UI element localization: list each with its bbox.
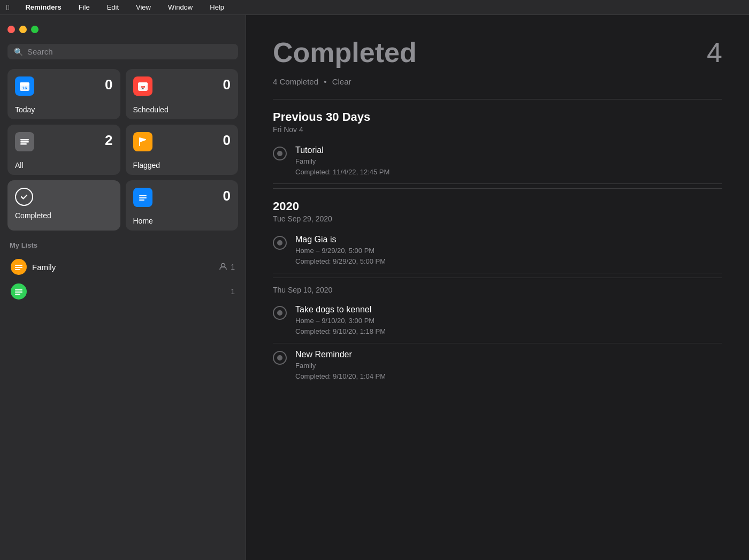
unnamed-list-count: 1	[231, 287, 235, 296]
reminder-sub-dogs: Home – 9/10/20, 3:00 PM Completed: 9/10/…	[295, 316, 722, 336]
reminder-checkbox-mag-gia[interactable]	[273, 236, 287, 250]
clear-button[interactable]: Clear	[332, 77, 351, 86]
today-count: 0	[105, 76, 112, 93]
reminder-checkbox-tutorial[interactable]	[273, 147, 287, 160]
traffic-lights	[7, 24, 238, 35]
menu-file[interactable]: File	[75, 2, 93, 12]
sep29-divider	[273, 278, 722, 278]
svg-rect-14	[15, 269, 20, 270]
today-icon: 16	[15, 76, 34, 96]
search-input[interactable]	[27, 47, 232, 56]
family-list-name: Family	[32, 263, 219, 272]
family-list-meta: 1	[219, 262, 235, 272]
search-icon: 🔍	[14, 48, 23, 56]
flagged-count: 0	[223, 132, 231, 149]
reminder-item-dogs: Take dogs to kennel Home – 9/10/20, 3:00…	[273, 298, 722, 343]
completed-count-label: 4 Completed	[273, 77, 318, 86]
sidebar: 🔍 16 0 Today	[0, 15, 246, 560]
reminder-item-new: New Reminder Family Completed: 9/10/20, …	[273, 343, 722, 388]
search-bar[interactable]: 🔍	[7, 44, 238, 59]
reminder-details-tutorial: Tutorial Family Completed: 11/4/22, 12:4…	[295, 145, 722, 177]
header-divider	[273, 99, 722, 99]
reminder-title-tutorial: Tutorial	[295, 145, 722, 155]
svg-rect-4	[138, 82, 148, 86]
list-item-family[interactable]: Family 1	[7, 255, 238, 279]
reminder-sub-mag-gia: Home – 9/29/20, 5:00 PM Completed: 9/29/…	[295, 246, 722, 266]
home-icon	[133, 188, 152, 207]
content-header: Completed 4	[273, 36, 722, 68]
svg-rect-17	[15, 291, 22, 293]
minimize-button[interactable]	[19, 26, 27, 33]
flagged-label: Flagged	[133, 161, 231, 170]
reminder-details-mag-gia: Mag Gia is Home – 9/29/20, 5:00 PM Compl…	[295, 235, 722, 266]
close-button[interactable]	[7, 26, 15, 33]
smart-list-home[interactable]: 0 Home	[126, 180, 239, 231]
reminder-title-new: New Reminder	[295, 350, 722, 359]
section-previous-30-days: Previous 30 Days Fri Nov 4	[273, 110, 722, 134]
reminder-checkbox-dogs[interactable]	[273, 306, 287, 320]
menu-bar:  Reminders File Edit View Window Help	[0, 0, 749, 15]
reminder-title-mag-gia: Mag Gia is	[295, 235, 722, 244]
svg-rect-6	[20, 139, 29, 141]
app-container: 🔍 16 0 Today	[0, 15, 749, 560]
menu-view[interactable]: View	[133, 2, 154, 12]
svg-rect-18	[15, 294, 20, 295]
all-icon	[15, 132, 34, 151]
smart-list-all[interactable]: 2 All	[7, 125, 120, 175]
completed-label: Completed	[15, 211, 113, 220]
reminder-title-dogs: Take dogs to kennel	[295, 305, 722, 314]
completed-icon	[15, 188, 33, 206]
shared-icon	[219, 262, 227, 272]
svg-text:16: 16	[22, 86, 27, 90]
menu-edit[interactable]: Edit	[104, 2, 122, 12]
section-title-previous: Previous 30 Days	[273, 110, 722, 124]
home-label: Home	[133, 217, 231, 225]
reminder-checkbox-new[interactable]	[273, 351, 287, 365]
reminder-details-dogs: Take dogs to kennel Home – 9/10/20, 3:00…	[295, 305, 722, 336]
unnamed-list-meta: 1	[231, 287, 235, 296]
section-title-2020: 2020	[273, 200, 722, 213]
my-lists-label: My Lists	[7, 241, 238, 249]
section-date-sep29: Tue Sep 29, 2020	[273, 214, 722, 223]
reminder-sub-tutorial: Family Completed: 11/4/22, 12:45 PM	[295, 156, 722, 177]
section-date-sep10: Thu Sep 10, 2020	[273, 286, 722, 294]
smart-list-flagged[interactable]: 0 Flagged	[126, 125, 239, 175]
menu-reminders[interactable]: Reminders	[22, 2, 64, 12]
svg-text:📅: 📅	[140, 86, 145, 90]
list-item-unnamed[interactable]: 1	[7, 279, 238, 304]
page-title: Completed	[273, 36, 417, 68]
reminder-item-mag-gia: Mag Gia is Home – 9/29/20, 5:00 PM Compl…	[273, 228, 722, 273]
today-label: Today	[15, 105, 113, 114]
content-subtitle: 4 Completed • Clear	[273, 77, 722, 86]
svg-rect-16	[15, 289, 22, 290]
section-2020: 2020 Tue Sep 29, 2020	[273, 200, 722, 223]
smart-list-completed[interactable]: Completed	[7, 180, 120, 231]
flagged-icon	[133, 132, 152, 151]
scheduled-count: 0	[223, 76, 231, 93]
svg-rect-12	[15, 265, 22, 266]
svg-rect-13	[15, 267, 22, 268]
svg-rect-8	[20, 143, 27, 145]
family-list-icon	[11, 259, 27, 275]
svg-rect-10	[139, 197, 147, 198]
page-count: 4	[707, 36, 722, 68]
scheduled-label: Scheduled	[133, 105, 231, 114]
svg-rect-7	[20, 141, 29, 143]
smart-list-scheduled[interactable]: 📅 0 Scheduled	[126, 69, 239, 119]
maximize-button[interactable]	[31, 26, 39, 33]
section-date-nov4: Fri Nov 4	[273, 125, 722, 134]
apple-logo-icon: 	[6, 3, 9, 12]
main-content: Completed 4 4 Completed • Clear Previous…	[246, 15, 749, 560]
reminder-sub-new: Family Completed: 9/10/20, 1:04 PM	[295, 360, 722, 381]
smart-lists-grid: 16 0 Today 📅 0	[7, 69, 238, 231]
section1-divider	[273, 188, 722, 189]
all-count: 2	[105, 132, 112, 149]
reminder-item-tutorial: Tutorial Family Completed: 11/4/22, 12:4…	[273, 139, 722, 184]
svg-rect-11	[139, 200, 144, 201]
menu-window[interactable]: Window	[165, 2, 196, 12]
all-label: All	[15, 161, 113, 170]
menu-help[interactable]: Help	[207, 2, 227, 12]
svg-rect-9	[139, 195, 147, 196]
smart-list-today[interactable]: 16 0 Today	[7, 69, 120, 119]
home-count: 0	[223, 188, 231, 204]
